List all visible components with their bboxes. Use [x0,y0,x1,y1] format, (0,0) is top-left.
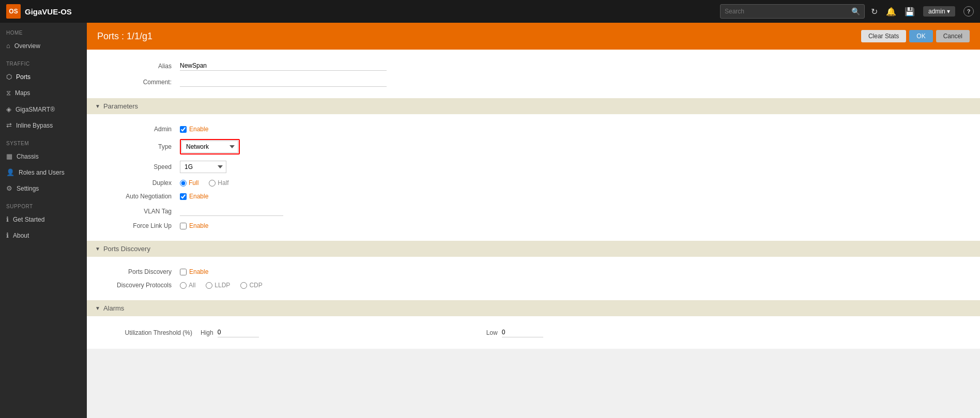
discovery-protocols-radio-group: All LLDP CDP [180,282,970,289]
ports-discovery-row: Ports Discovery Enable [87,265,980,278]
low-label: Low [486,329,498,336]
sidebar-item-label: Settings [17,185,39,192]
about-icon: ℹ [6,231,9,239]
type-label: Type [97,143,180,150]
type-select[interactable]: Network Tool Hybrid Stack Circuit [181,141,238,153]
high-threshold-field: High [201,328,259,337]
duplex-radio-group: Full Half [180,179,970,187]
alarms-label: Alarms [103,304,124,312]
sidebar-item-label: Get Started [13,216,44,223]
comment-input[interactable] [180,77,387,87]
speed-value: 1G 10G 100G [180,161,970,173]
vlan-row: VLAN Tag [87,203,980,219]
search-icon: 🔍 [851,7,860,16]
utilization-threshold-label: Utilization Threshold (%) [97,329,201,336]
discovery-all-label[interactable]: All [180,282,195,289]
sidebar-item-about[interactable]: ℹ About [0,227,87,243]
force-link-row: Force Link Up Enable [87,219,980,233]
inline-bypass-icon: ⇄ [6,121,12,129]
alias-row: Alias [87,58,980,74]
speed-row: Speed 1G 10G 100G [87,158,980,176]
sidebar-item-gigasmart[interactable]: ◈ GigaSMART® [0,101,87,117]
bell-icon[interactable]: 🔔 [886,7,896,17]
discovery-protocols-label: Discovery Protocols [97,282,180,289]
sidebar-item-chassis[interactable]: ▦ Chassis [0,148,87,164]
type-select-wrapper: Network Tool Hybrid Stack Circuit [180,139,240,154]
sidebar-item-label: GigaSMART® [16,106,55,113]
type-value: Network Tool Hybrid Stack Circuit [180,139,970,154]
sidebar-section-traffic: TRAFFIC [0,54,87,69]
admin-row: Admin Enable [87,122,980,136]
sidebar-item-inline-bypass[interactable]: ⇄ Inline Bypass [0,117,87,133]
vlan-input[interactable] [180,206,283,216]
comment-label: Comment: [97,79,180,86]
sidebar-section-home: HOME [0,23,87,38]
refresh-icon[interactable]: ↻ [871,7,878,17]
high-input[interactable] [218,328,259,337]
duplex-half-radio[interactable] [209,180,216,187]
admin-enable-label[interactable]: Enable [180,126,970,133]
duplex-full-label[interactable]: Full [180,179,198,187]
ports-discovery-enable-label[interactable]: Enable [180,268,970,275]
alias-input[interactable] [180,61,387,71]
alarms-section-header[interactable]: ▼ Alarms [87,300,980,316]
duplex-half-label[interactable]: Half [209,179,228,187]
discovery-all-radio[interactable] [180,282,187,289]
header-actions: Clear Stats OK Cancel [861,30,970,42]
app-logo: OS GigaVUE-OS [6,4,72,19]
ports-discovery-section-header[interactable]: ▼ Ports Discovery [87,241,980,257]
discovery-lldp-label[interactable]: LLDP [206,282,230,289]
force-link-checkbox[interactable] [180,223,187,229]
page-header: Ports : 1/1/g1 Clear Stats OK Cancel [87,23,980,50]
ports-discovery-content: Ports Discovery Enable Discovery Protoco… [87,257,980,300]
discovery-lldp-radio[interactable] [206,282,212,289]
roles-icon: 👤 [6,168,14,176]
parameters-section-header[interactable]: ▼ Parameters [87,98,980,114]
sidebar: HOME ⌂ Overview TRAFFIC ⬡ Ports ⧖ Maps ◈… [0,23,87,418]
user-menu[interactable]: admin ▾ [923,6,955,17]
discovery-protocols-value: All LLDP CDP [180,282,970,289]
cancel-button[interactable]: Cancel [936,30,970,42]
vlan-value [180,206,970,216]
search-box[interactable]: 🔍 [720,4,865,19]
sidebar-item-label: Ports [16,73,30,81]
sidebar-item-overview[interactable]: ⌂ Overview [0,38,87,54]
sidebar-item-label: Maps [15,89,30,97]
save-icon[interactable]: 💾 [905,7,915,17]
discovery-protocols-row: Discovery Protocols All LLDP [87,278,980,292]
sidebar-item-settings[interactable]: ⚙ Settings [0,180,87,196]
help-icon[interactable]: ? [963,6,974,17]
discovery-cdp-radio[interactable] [240,282,247,289]
search-input[interactable] [725,8,849,15]
sidebar-item-roles-users[interactable]: 👤 Roles and Users [0,164,87,180]
admin-enable-checkbox[interactable] [180,126,187,133]
home-icon: ⌂ [6,42,10,50]
topnav-icons: ↻ 🔔 💾 admin ▾ ? [871,6,974,17]
high-label: High [201,329,213,336]
force-link-enable-label[interactable]: Enable [180,222,970,229]
auto-neg-checkbox[interactable] [180,193,187,200]
low-input[interactable] [502,328,543,337]
alarms-content: Utilization Threshold (%) High Low [87,316,980,349]
alias-comment-section: Alias Comment: [87,50,980,98]
alias-value [180,61,970,71]
sidebar-item-ports[interactable]: ⬡ Ports [0,69,87,85]
sidebar-item-maps[interactable]: ⧖ Maps [0,85,87,101]
duplex-label: Duplex [97,179,180,187]
ports-discovery-checkbox[interactable] [180,269,187,275]
sidebar-item-label: About [13,232,29,239]
content-area: Ports : 1/1/g1 Clear Stats OK Cancel Ali… [87,23,980,418]
sidebar-item-label: Overview [14,42,40,50]
ok-button[interactable]: OK [909,30,932,42]
get-started-icon: ℹ [6,215,9,223]
sidebar-item-get-started[interactable]: ℹ Get Started [0,211,87,227]
discovery-cdp-label[interactable]: CDP [240,282,262,289]
auto-neg-enable-label[interactable]: Enable [180,193,970,200]
logo-box: OS [6,4,21,19]
duplex-full-radio[interactable] [180,180,187,187]
speed-select[interactable]: 1G 10G 100G [180,161,226,173]
parameters-content: Admin Enable Type Network Tool [87,114,980,241]
clear-stats-button[interactable]: Clear Stats [861,30,906,42]
sidebar-item-label: Chassis [17,153,39,160]
comment-row: Comment: [87,74,980,90]
